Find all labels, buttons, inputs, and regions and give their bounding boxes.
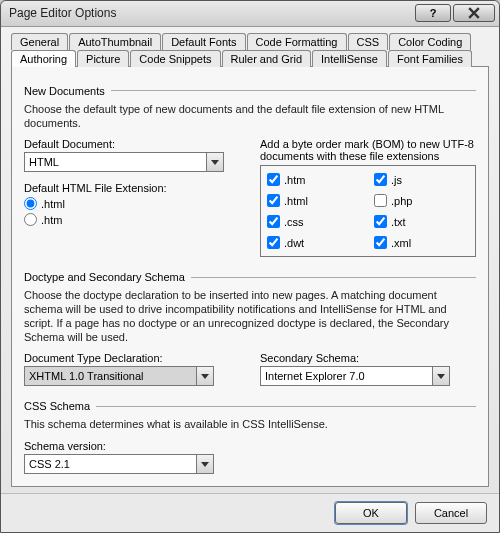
bom-item-js[interactable]: .js [374,173,469,186]
chevron-down-icon [437,374,445,379]
newdocs-desc: Choose the default type of new documents… [24,103,476,131]
chevron-down-icon [211,160,219,165]
dialog-button-bar: OK Cancel [1,493,499,532]
bom-label: .css [284,216,304,228]
doctype-dropdown-button[interactable] [196,366,214,386]
bom-item-dwt[interactable]: .dwt [267,236,362,249]
bom-checkbox[interactable] [267,215,280,228]
bom-checkbox[interactable] [267,236,280,249]
tab-font-families[interactable]: Font Families [388,50,472,67]
tab-code-formatting[interactable]: Code Formatting [247,33,347,50]
css-version-label: Schema version: [24,440,476,452]
bom-checkbox[interactable] [267,194,280,207]
doctype-desc: Choose the doctype declaration to be ins… [24,289,476,344]
secondary-schema-dropdown-button[interactable] [432,366,450,386]
default-ext-label: Default HTML File Extension: [24,182,240,194]
tab-ruler-and-grid[interactable]: Ruler and Grid [222,50,312,67]
help-button[interactable]: ? [415,4,451,22]
dialog-window: Page Editor Options ? GeneralAutoThumbna… [0,0,500,533]
dialog-content: GeneralAutoThumbnailDefault FontsCode Fo… [1,27,499,493]
chevron-down-icon [201,462,209,467]
css-version-input[interactable] [24,454,196,474]
group-css-heading: CSS Schema [24,400,96,412]
default-document-dropdown-button[interactable] [206,152,224,172]
bom-checkbox[interactable] [374,236,387,249]
tabstrip: GeneralAutoThumbnailDefault FontsCode Fo… [11,33,489,67]
css-desc: This schema determines what is available… [24,418,476,432]
radio-input[interactable] [24,197,37,210]
bom-item-txt[interactable]: .txt [374,215,469,228]
default-document-input[interactable] [24,152,206,172]
bom-item-xml[interactable]: .xml [374,236,469,249]
tab-autothumbnail[interactable]: AutoThumbnail [69,33,161,50]
tab-panel-authoring: New Documents Choose the default type of… [11,66,489,487]
close-icon [468,7,480,19]
group-newdocs-heading: New Documents [24,85,111,97]
bom-label: .htm [284,174,305,186]
bom-checkbox[interactable] [374,194,387,207]
doctype-input[interactable] [24,366,196,386]
tab-picture[interactable]: Picture [77,50,129,67]
help-icon: ? [430,7,437,19]
bom-label: .html [284,195,308,207]
group-doctype-heading: Doctype and Secondary Schema [24,271,191,283]
bom-item-css[interactable]: .css [267,215,362,228]
doctype-combo[interactable] [24,366,214,386]
dialog-title: Page Editor Options [9,6,413,20]
tab-code-snippets[interactable]: Code Snippets [130,50,220,67]
bom-label: .php [391,195,412,207]
bom-label: .dwt [284,237,304,249]
cancel-button[interactable]: Cancel [415,502,487,524]
bom-item-html[interactable]: .html [267,194,362,207]
radio-label: .htm [41,214,62,226]
bom-label: .xml [391,237,411,249]
default-document-combo[interactable] [24,152,224,172]
bom-extension-list: .htm.js.html.php.css.txt.dwt.xml [260,165,476,257]
css-version-combo[interactable] [24,454,214,474]
default-doc-label: Default Document: [24,138,240,150]
tab-css[interactable]: CSS [348,33,389,50]
secondary-schema-label: Secondary Schema: [260,352,476,364]
dtd-label: Document Type Declaration: [24,352,240,364]
bom-label: .js [391,174,402,186]
bom-label: Add a byte order mark (BOM) to new UTF-8… [260,138,476,162]
secondary-schema-input[interactable] [260,366,432,386]
tab-color-coding[interactable]: Color Coding [389,33,471,50]
bom-item-php[interactable]: .php [374,194,469,207]
close-button[interactable] [453,4,495,22]
radio-input[interactable] [24,213,37,226]
bom-checkbox[interactable] [267,173,280,186]
radio-label: .html [41,198,65,210]
bom-item-htm[interactable]: .htm [267,173,362,186]
secondary-schema-combo[interactable] [260,366,450,386]
radio-ext-htm[interactable]: .htm [24,213,240,226]
tab-authoring[interactable]: Authoring [11,50,76,67]
tab-default-fonts[interactable]: Default Fonts [162,33,245,50]
chevron-down-icon [201,374,209,379]
css-version-dropdown-button[interactable] [196,454,214,474]
bom-checkbox[interactable] [374,173,387,186]
radio-ext-html[interactable]: .html [24,197,240,210]
ok-button[interactable]: OK [335,502,407,524]
titlebar: Page Editor Options ? [1,1,499,27]
bom-checkbox[interactable] [374,215,387,228]
tab-intellisense[interactable]: IntelliSense [312,50,387,67]
tab-general[interactable]: General [11,33,68,50]
bom-label: .txt [391,216,406,228]
